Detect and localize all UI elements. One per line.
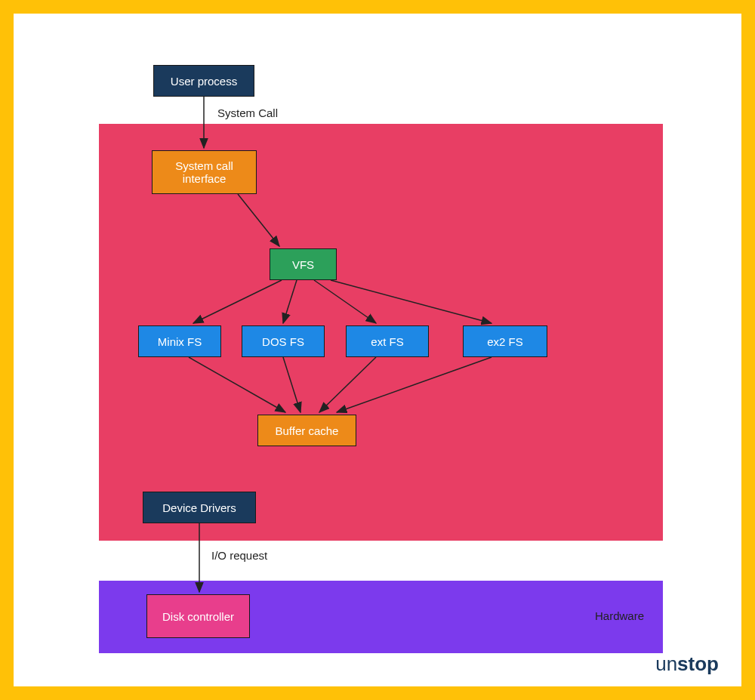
diagram-canvas: User process System Call System call int… xyxy=(14,14,741,686)
node-vfs: VFS xyxy=(270,248,337,280)
node-label: Minix FS xyxy=(158,335,202,348)
node-ex2-fs: ex2 FS xyxy=(463,325,547,357)
node-minix-fs: Minix FS xyxy=(138,325,221,357)
node-device-drivers: Device Drivers xyxy=(143,492,256,523)
node-label: Buffer cache xyxy=(276,424,339,437)
node-label: Device Drivers xyxy=(162,501,236,514)
label-io-request: I/O request xyxy=(211,549,267,562)
logo-unstop: unstop xyxy=(655,652,719,676)
node-label: ex2 FS xyxy=(487,335,523,348)
node-ext-fs: ext FS xyxy=(346,325,429,357)
node-label: VFS xyxy=(292,258,314,271)
node-label: DOS FS xyxy=(262,335,304,348)
label-system-call: System Call xyxy=(217,106,278,119)
node-dos-fs: DOS FS xyxy=(242,325,325,357)
node-disk-controller: Disk controller xyxy=(146,594,250,638)
node-buffer-cache: Buffer cache xyxy=(257,415,356,446)
logo-suffix: stop xyxy=(677,652,719,675)
logo-prefix: un xyxy=(655,652,677,675)
node-label: Disk controller xyxy=(162,610,234,623)
diagram-frame: User process System Call System call int… xyxy=(0,0,755,700)
node-system-call-interface: System call interface xyxy=(152,150,257,194)
label-hardware: Hardware xyxy=(595,609,644,622)
node-label: User process xyxy=(171,75,237,88)
node-label: System call interface xyxy=(160,159,248,185)
node-user-process: User process xyxy=(153,65,254,97)
node-label: ext FS xyxy=(371,335,403,348)
